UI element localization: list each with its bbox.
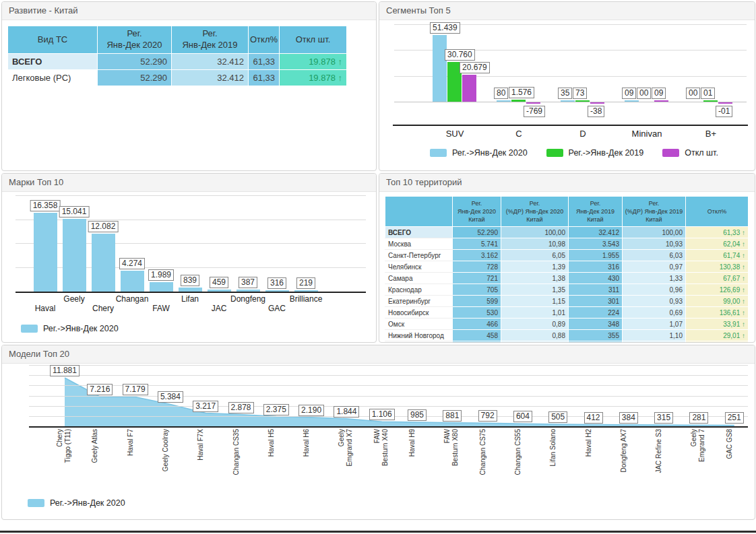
legend-label-2020: Рег.->Янв-Дек 2020 (50, 498, 125, 508)
terr-delta-cell: 21,13 ↑ (686, 341, 749, 343)
terr-row-label[interactable]: Екатеринбург (385, 296, 453, 307)
x-axis-label-Haval H5: Haval H5 (267, 429, 285, 487)
bar-C-series1[interactable] (511, 100, 526, 102)
x-axis-label-FAW Besturn X80: FAW Besturn X80 (443, 429, 461, 487)
bar-Brilliance[interactable] (294, 290, 318, 292)
x-axis-label-Geely: Geely (63, 294, 84, 304)
panel-segments-title: Сегменты Топ 5 (379, 2, 755, 20)
value-label: 15.041 (59, 206, 90, 218)
bar-Geely[interactable] (63, 219, 86, 292)
bar-D-series2[interactable] (590, 102, 604, 104)
bar-C-series2[interactable] (526, 102, 540, 104)
legend-item-2020[interactable]: Рег.->Янв-Дек 2020 (430, 148, 528, 158)
terr-row-label[interactable]: Уфа (385, 341, 453, 343)
legend-item-diff[interactable]: Откл шт. (662, 148, 718, 158)
terr-cell: 355 (569, 330, 623, 341)
terr-col-header-0[interactable] (385, 197, 453, 227)
up-arrow-icon: ↑ (338, 57, 343, 67)
bar-Lifan[interactable] (179, 288, 202, 292)
terr-row-label[interactable]: Челябинск (385, 261, 453, 273)
terr-cell: 0,97 (623, 261, 686, 273)
terr-cell: 1,33 (623, 273, 686, 284)
up-arrow-icon: ↑ (742, 275, 745, 282)
bar-Dongfeng[interactable] (237, 290, 260, 292)
dev-col-header-1[interactable]: Рег. Янв-Дек 2020 (98, 26, 172, 54)
dev-cell: 61,33 (249, 70, 280, 86)
up-arrow-icon: ↑ (742, 332, 745, 339)
terr-row-label[interactable]: Омск (385, 319, 453, 330)
value-label: 881 (443, 410, 462, 422)
value-label: 387 (239, 277, 257, 288)
bar-Minivan-series2[interactable] (654, 100, 668, 102)
x-axis-label-Changan: Changan (116, 294, 149, 304)
bar-GAC[interactable] (265, 290, 289, 292)
dev-col-header-2[interactable]: Рег. Янв-Дек 2019 (172, 26, 249, 54)
bar-D-series1[interactable] (575, 100, 590, 102)
terr-cell: 1.955 (569, 250, 623, 261)
terr-col-header-2[interactable]: Рег. (%ДР) Янв-Дек 2020 Китай (501, 197, 569, 227)
up-arrow-icon: ↑ (742, 321, 745, 328)
dev-row-label[interactable]: ВСЕГО (8, 54, 98, 70)
terr-delta-cell: 61,74 ↑ (686, 250, 749, 261)
panel-territories-title: Топ 10 территорий (379, 174, 755, 192)
x-axis-label-D: D (579, 129, 586, 139)
terr-delta-cell: 67,67 ↑ (686, 273, 749, 284)
brands-chart: Рег.->Янв-Дек 2020 16.358Haval15.041Geel… (2, 192, 376, 342)
x-axis-label-JAC Refine S3: JAC Refine S3 (655, 429, 672, 487)
terr-cell: 301 (569, 296, 623, 307)
bar-B+-series1[interactable] (703, 100, 718, 102)
value-label: 00 (637, 88, 651, 99)
dev-row-label[interactable]: Легковые (PC) (8, 70, 98, 86)
bar-JAC[interactable] (208, 290, 231, 292)
value-label: 7.216 (87, 384, 113, 395)
terr-cell: 0,88 (501, 330, 569, 341)
legend-label-diff: Откл шт. (685, 148, 718, 158)
bar-SUV-series2[interactable] (462, 75, 476, 102)
terr-row-label[interactable]: Москва (385, 238, 453, 250)
bar-Changan[interactable] (121, 271, 144, 292)
bar-Minivan-series0[interactable] (625, 100, 639, 102)
bar-Chery[interactable] (92, 234, 115, 292)
legend-item-2020[interactable]: Рег.->Янв-Дек 2020 (21, 324, 119, 333)
bar-C-series0[interactable] (497, 100, 511, 102)
terr-cell: 3.543 (569, 238, 623, 250)
bar-FAW[interactable] (150, 282, 173, 292)
dev-col-header-0[interactable]: Вид ТС (8, 26, 98, 54)
bar-D-series0[interactable] (561, 100, 575, 102)
terr-cell: 52.290 (453, 227, 501, 238)
panel-territories-body: Рег. Янв-Дек 2020 КитайРег. (%ДР) Янв-Де… (379, 196, 755, 343)
terr-col-header-1[interactable]: Рег. Янв-Дек 2020 Китай (453, 197, 501, 227)
terr-row-label[interactable]: Нижний Новгород (385, 330, 453, 341)
terr-cell: 599 (453, 296, 501, 307)
value-label: 839 (181, 275, 199, 286)
terr-delta-cell: 29,01 ↑ (686, 330, 749, 341)
dev-col-header-4[interactable]: Откл шт. (280, 26, 347, 54)
terr-cell: 1,07 (623, 319, 686, 330)
value-label: 51.439 (430, 22, 460, 34)
x-axis (29, 426, 748, 428)
terr-col-header-5[interactable]: Откл% (686, 197, 749, 227)
x-axis-label-Haval F7: Haval F7 (127, 429, 144, 487)
x-axis-label-Chery Tiggo (T11): Chery Tiggo (T11) (56, 429, 73, 487)
bar-SUV-series0[interactable] (433, 35, 447, 102)
legend-swatch-2020-icon (430, 149, 447, 157)
legend-item-2019[interactable]: Рег.->Янв-Дек 2019 (546, 148, 644, 158)
terr-cell: 721 (453, 273, 501, 284)
dev-col-header-3[interactable]: Откл% (249, 26, 280, 54)
dev-cell: 32.412 (172, 54, 249, 70)
terr-row-label[interactable]: Самара (385, 273, 453, 284)
terr-row-label[interactable]: Санкт-Петербург (385, 250, 453, 261)
terr-row-label[interactable]: ВСЕГО (385, 227, 453, 238)
terr-row-label[interactable]: Краснодар (385, 284, 453, 296)
bar-B+-series2[interactable] (718, 102, 732, 104)
terr-col-header-4[interactable]: Рег. (%ДР) Янв-Дек 2019 Китай (623, 197, 686, 227)
bar-Haval[interactable] (34, 213, 57, 292)
legend-item-2020[interactable]: Рег.->Янв-Дек 2020 (28, 498, 125, 508)
terr-col-header-3[interactable]: Рег. Янв-Дек 2019 Китай (569, 197, 623, 227)
up-arrow-icon: ↑ (338, 73, 343, 83)
terr-delta-cell: 130,38 ↑ (686, 261, 749, 273)
terr-row-label[interactable]: Новосибирск (385, 307, 453, 319)
value-label: 80 (494, 88, 508, 99)
panel-models-title: Модели Топ 20 (2, 345, 755, 364)
terr-cell: 1,15 (501, 296, 569, 307)
